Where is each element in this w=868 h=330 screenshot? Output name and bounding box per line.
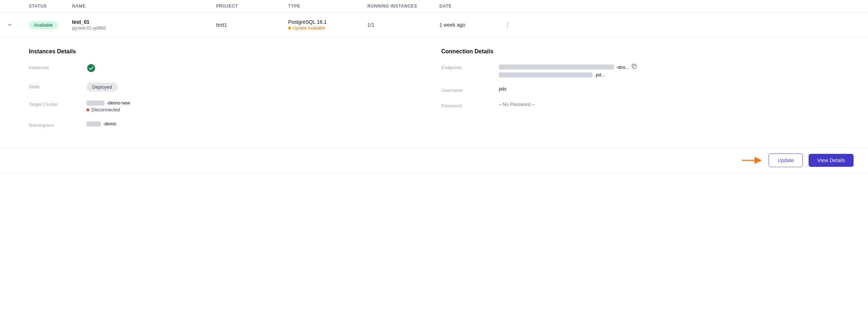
username-label: Username xyxy=(441,86,499,93)
namespace-value: -demo xyxy=(86,121,427,126)
cluster-redacted xyxy=(86,101,104,106)
row-date: 1 week ago xyxy=(439,22,504,28)
state-value: Deployed xyxy=(86,82,427,92)
table-header: STATUS NAME PROJECT TYPE RUNNING INSTANC… xyxy=(0,0,868,13)
state-label: State xyxy=(29,82,86,89)
namespace-row: Namespace -demo xyxy=(29,121,427,128)
endpoints-value: -dns... .pd... xyxy=(499,63,839,77)
detail-section: Instances Details Instances State Deploy… xyxy=(0,37,868,148)
endpoint-line-2: .pd... xyxy=(499,72,839,77)
instances-row: Instances xyxy=(29,63,427,74)
username-row: Username pds xyxy=(441,86,839,93)
instances-check xyxy=(86,63,427,74)
cluster-name: -demo-new xyxy=(86,100,427,106)
disconnected-dot xyxy=(86,108,89,111)
header-type: TYPE xyxy=(288,4,367,9)
username-value: pds xyxy=(499,86,839,92)
check-icon xyxy=(86,63,96,73)
disconnected-row: Disconnected xyxy=(86,107,427,112)
arrow-indicator xyxy=(742,155,764,166)
instances-label: Instances xyxy=(29,63,86,70)
target-cluster-value: -demo-new Disconnected xyxy=(86,100,427,112)
copy-icon[interactable] xyxy=(631,63,637,71)
row-type-name: PostgreSQL 16.1 xyxy=(288,19,367,25)
action-row: Update View Details xyxy=(0,148,868,173)
row-project: test1 xyxy=(216,22,288,28)
disconnected-label: Disconnected xyxy=(91,107,120,112)
password-value: – No Password – xyxy=(499,102,839,107)
namespace-name: -demo xyxy=(86,121,427,126)
update-button[interactable]: Update xyxy=(769,153,803,167)
header-date: DATE xyxy=(439,4,504,9)
endpoint-line-1: -dns... xyxy=(499,63,839,71)
password-row: Password – No Password – xyxy=(441,102,839,108)
namespace-redacted xyxy=(86,121,101,126)
state-row: State Deployed xyxy=(29,82,427,92)
endpoint1-redacted xyxy=(499,64,614,70)
connection-details-panel: Connection Details Endpoints -dns... xyxy=(441,48,839,137)
row-name-secondary: pg-test-01-yp89id xyxy=(72,26,216,31)
endpoints-label: Endpoints xyxy=(441,63,499,70)
row-name: test_01 pg-test-01-yp89id xyxy=(72,19,216,31)
row-type: PostgreSQL 16.1 Update Available xyxy=(288,19,367,31)
view-details-button[interactable]: View Details xyxy=(809,154,854,167)
row-status: Available xyxy=(29,21,72,29)
row-name-primary: test_01 xyxy=(72,19,216,25)
target-cluster-label: Target Cluster xyxy=(29,100,86,107)
endpoints-row: Endpoints -dns... .pd... xyxy=(441,63,839,77)
cluster-suffix: -demo-new xyxy=(107,100,130,106)
svg-rect-0 xyxy=(633,65,636,68)
header-running-instances: RUNNING INSTANCES xyxy=(367,4,439,9)
endpoint2-redacted xyxy=(499,72,592,77)
header-name: NAME xyxy=(72,4,216,9)
instances-details-panel: Instances Details Instances State Deploy… xyxy=(29,48,427,137)
update-dot xyxy=(288,27,291,30)
namespace-suffix: -demo xyxy=(103,121,116,126)
table-row: Available test_01 pg-test-01-yp89id test… xyxy=(0,13,868,37)
row-running-instances: 1/1 xyxy=(367,22,439,28)
endpoint1-suffix: -dns... xyxy=(616,64,629,70)
header-status: STATUS xyxy=(29,4,72,9)
row-more[interactable]: ⋮ xyxy=(504,21,519,29)
deployed-badge: Deployed xyxy=(86,82,118,92)
instances-details-title: Instances Details xyxy=(29,48,427,55)
target-cluster-row: Target Cluster -demo-new Disconnected xyxy=(29,100,427,112)
row-update-available: Update Available xyxy=(288,26,367,31)
endpoint2-suffix: .pd... xyxy=(595,72,605,77)
header-project: PROJECT xyxy=(216,4,288,9)
more-options-button[interactable]: ⋮ xyxy=(504,21,511,29)
password-label: Password xyxy=(441,102,499,108)
namespace-label: Namespace xyxy=(29,121,86,128)
expand-chevron[interactable] xyxy=(7,22,29,27)
connection-details-title: Connection Details xyxy=(441,48,839,55)
